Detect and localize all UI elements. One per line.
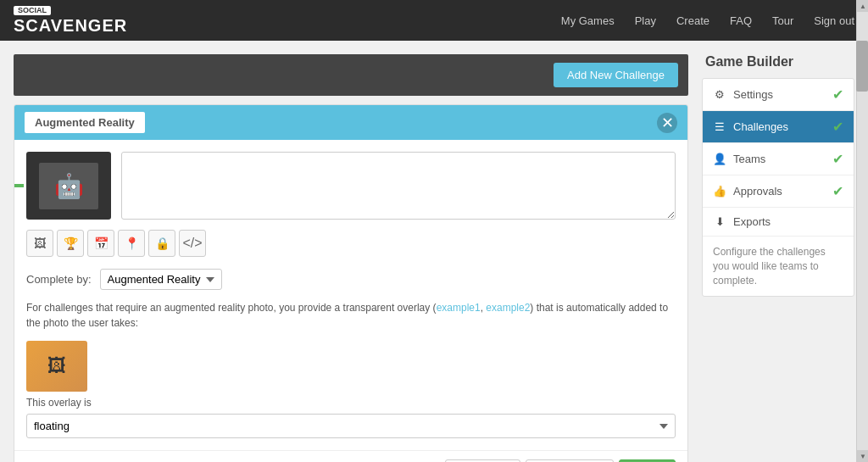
challenge-image-inner: 🤖 [39, 163, 98, 209]
content-area: Add New Challenge Augmented Reality ✕ 🤖 [14, 54, 688, 462]
overlay-position-select[interactable]: floating fixed transparent [26, 414, 676, 438]
approvals-check-icon: ✔ [832, 183, 843, 199]
teams-icon: 👤 [713, 153, 726, 165]
sidebar-title: Game Builder [702, 54, 854, 70]
settings-check-icon: ✔ [832, 86, 843, 103]
sidebar-item-approvals[interactable]: 👍 Approvals ✔ [703, 175, 854, 208]
nav-play[interactable]: Play [635, 14, 656, 27]
scrollbar-thumb[interactable] [856, 41, 868, 92]
sidebar-settings-label: Settings [733, 88, 826, 101]
settings-icon: ⚙ [713, 88, 726, 101]
challenge-close-button[interactable]: ✕ [657, 113, 677, 133]
navbar: SOCIAL SCAVENGER My Games Play Create FA… [0, 0, 868, 41]
sidebar: Game Builder ⚙ Settings ✔ ☰ Challenges ✔… [702, 54, 854, 462]
nav-signout[interactable]: Sign out [814, 14, 854, 27]
overlay-photo-icon: 🖼 [47, 355, 66, 377]
calendar-toolbar-icon[interactable]: 📅 [87, 230, 114, 257]
challenge-toolbar: 🖼 🏆 📅 📍 🔒 </> [26, 230, 676, 257]
green-arrow [14, 179, 24, 192]
trophy-toolbar-icon[interactable]: 🏆 [57, 230, 84, 257]
complete-by-row: Complete by: Augmented Reality Photo Vid… [26, 269, 676, 290]
scrollbar-up-arrow[interactable]: ▲ [857, 0, 868, 12]
challenge-card-header: Augmented Reality ✕ [14, 105, 687, 140]
ar-description: For challenges that require an augmented… [26, 300, 676, 331]
brand: SOCIAL SCAVENGER [14, 6, 127, 36]
sidebar-description: Configure the challenges you would like … [703, 237, 854, 296]
scrollbar-track: ▲ ▼ [856, 0, 868, 462]
social-badge: SOCIAL [14, 6, 51, 16]
action-buttons: ▲ Move Up ▼ Move Down ✔ Save [14, 450, 687, 462]
main-container: Add New Challenge Augmented Reality ✕ 🤖 [0, 41, 868, 462]
complete-by-select[interactable]: Augmented Reality Photo Video Text [100, 269, 222, 290]
challenge-body: 🤖 🖼 🏆 📅 📍 🔒 [14, 140, 687, 450]
sidebar-item-teams[interactable]: 👤 Teams ✔ [703, 143, 854, 175]
teams-check-icon: ✔ [832, 151, 843, 167]
arrow-line [14, 184, 24, 187]
challenge-top: 🤖 [26, 152, 676, 220]
approvals-icon: 👍 [713, 185, 726, 198]
brand-name: SCAVENGER [14, 16, 127, 35]
pin-toolbar-icon[interactable]: 📍 [118, 230, 145, 257]
sidebar-challenges-label: Challenges [733, 120, 826, 133]
challenges-check-icon: ✔ [832, 119, 843, 135]
scrollbar-down-arrow[interactable]: ▼ [857, 450, 868, 462]
sidebar-panel: ⚙ Settings ✔ ☰ Challenges ✔ 👤 Teams ✔ 👍 … [702, 78, 854, 297]
exports-icon: ⬇ [713, 215, 726, 228]
sidebar-item-exports[interactable]: ⬇ Exports [703, 208, 854, 237]
complete-by-label: Complete by: [26, 273, 92, 286]
photo-toolbar-icon[interactable]: 🖼 [26, 230, 53, 257]
nav-my-games[interactable]: My Games [561, 14, 615, 27]
add-challenge-bar: Add New Challenge [14, 54, 688, 96]
challenge-description-textarea[interactable] [121, 152, 676, 220]
sidebar-teams-label: Teams [733, 153, 826, 165]
challenge-image-box: 🤖 [26, 152, 111, 220]
lock-toolbar-icon[interactable]: 🔒 [148, 230, 175, 257]
overlay-is-label: This overlay is [26, 397, 676, 409]
example1-link[interactable]: example1 [437, 302, 481, 314]
sidebar-item-settings[interactable]: ⚙ Settings ✔ [703, 79, 854, 111]
challenge-tab[interactable]: Augmented Reality [25, 112, 145, 133]
nav-links: My Games Play Create FAQ Tour Sign out [561, 14, 854, 27]
sidebar-approvals-label: Approvals [733, 185, 826, 198]
sidebar-exports-label: Exports [733, 215, 843, 228]
nav-create[interactable]: Create [676, 14, 709, 27]
robot-icon: 🤖 [54, 172, 84, 200]
nav-tour[interactable]: Tour [772, 14, 793, 27]
example2-link[interactable]: example2 [486, 302, 530, 314]
sidebar-item-challenges[interactable]: ☰ Challenges ✔ [703, 111, 854, 143]
overlay-image-box: 🖼 [26, 341, 87, 392]
code-toolbar-icon[interactable]: </> [179, 230, 206, 257]
challenge-card: Augmented Reality ✕ 🤖 [14, 104, 688, 462]
challenges-icon: ☰ [713, 120, 726, 133]
nav-faq[interactable]: FAQ [730, 14, 752, 27]
add-challenge-button[interactable]: Add New Challenge [554, 63, 678, 87]
